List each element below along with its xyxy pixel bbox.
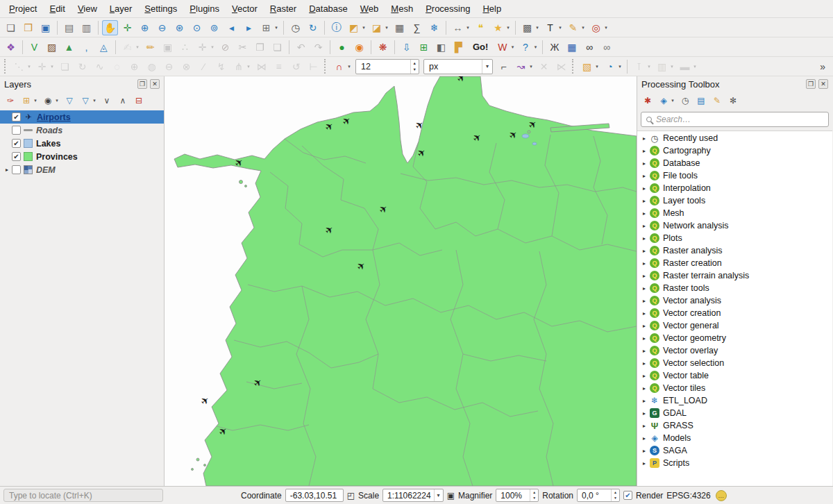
pan-map-icon[interactable]: ✋ xyxy=(102,20,118,35)
tree-expand-arrow[interactable]: ▸ xyxy=(640,348,648,354)
zoom-last-icon[interactable]: ◂ xyxy=(224,20,239,35)
pan-to-selection-icon[interactable]: ✛ xyxy=(119,20,135,35)
add-group-icon[interactable]: ⊞▾ xyxy=(19,94,39,107)
menu-item-help[interactable]: Help xyxy=(476,1,507,17)
cad-parallel-icon[interactable]: ⋉ xyxy=(553,59,569,74)
offset-curve-icon[interactable]: ∕ xyxy=(196,59,212,74)
tree-expand-arrow[interactable]: ▸ xyxy=(640,435,648,442)
save-project-icon[interactable]: ▣ xyxy=(37,20,53,35)
diagrams-icon[interactable]: ◔▾ xyxy=(602,59,623,74)
toolbox-group-vector-tiles[interactable]: ▸QVector tiles xyxy=(637,382,832,394)
expand-all-icon[interactable]: ∨ xyxy=(100,94,114,107)
merge-attributes-icon[interactable]: ≡ xyxy=(271,59,287,74)
decorations-icon[interactable]: ▩▾ xyxy=(519,20,541,35)
menu-item-mesh[interactable]: Mesh xyxy=(385,1,419,17)
add-mesh-layer-icon[interactable]: ▲ xyxy=(61,40,77,55)
toolbox-group-cartography[interactable]: ▸QCartography xyxy=(637,144,832,157)
toolbar-handle[interactable] xyxy=(572,59,576,74)
measure-icon[interactable]: ↔▾ xyxy=(450,20,471,35)
tree-expand-arrow[interactable]: ▸ xyxy=(640,460,648,467)
processing-toolbox-icon[interactable]: ❄ xyxy=(426,20,442,35)
tree-expand-arrow[interactable]: ▸ xyxy=(640,423,648,429)
toolbox-group-raster-terrain-analysis[interactable]: ▸QRaster terrain analysis xyxy=(637,269,832,282)
bug-plugin-icon[interactable]: Ж xyxy=(546,40,562,55)
toolbar-handle[interactable] xyxy=(4,59,8,74)
delete-selected-icon[interactable]: ⊘ xyxy=(217,40,233,55)
tree-expand-arrow[interactable]: ▸ xyxy=(640,185,648,192)
toolbox-group-vector-analysis[interactable]: ▸QVector analysis xyxy=(637,294,832,307)
toolbox-group-raster-creation[interactable]: ▸QRaster creation xyxy=(637,257,832,269)
delete-ring-icon[interactable]: ⊖ xyxy=(161,59,177,74)
toolbox-group-vector-creation[interactable]: ▸QVector creation xyxy=(637,307,832,319)
help-plugin-icon[interactable]: ?▾ xyxy=(517,40,539,55)
filter-by-expression-icon[interactable]: ▽▾ xyxy=(78,94,98,107)
panel-close-icon[interactable]: ✕ xyxy=(150,79,160,89)
crs-status[interactable]: EPSG:4326 xyxy=(666,491,710,501)
open-project-icon[interactable]: ❒ xyxy=(20,20,36,35)
layer-item-airports[interactable]: ✔✈Airports xyxy=(0,110,164,124)
menu-item-plugins[interactable]: Plugins xyxy=(183,1,226,17)
toggle-editing-icon[interactable]: ✏ xyxy=(142,40,158,55)
lock-scale-icon[interactable]: ▣ xyxy=(447,491,455,501)
toolbar-overflow-chevron[interactable]: » xyxy=(820,61,825,72)
menu-item-layer[interactable]: Layer xyxy=(103,1,139,17)
toolbox-group-recently-used[interactable]: ▸◷Recently used xyxy=(637,132,832,144)
tree-expand-arrow[interactable]: ▸ xyxy=(640,385,648,392)
toolbox-group-vector-geometry[interactable]: ▸QVector geometry xyxy=(637,332,832,344)
layer-item-dem[interactable]: ▸DEM xyxy=(0,163,164,176)
menu-item-database[interactable]: Database xyxy=(303,1,354,17)
merge-features-icon[interactable]: ⋈ xyxy=(253,59,269,74)
grid-plugin-icon[interactable]: ▦ xyxy=(564,40,580,55)
layer-checkbox[interactable] xyxy=(12,126,21,135)
models-menu-icon[interactable]: ◈▾ xyxy=(657,94,676,107)
messages-icon[interactable]: … xyxy=(716,490,727,501)
menu-item-web[interactable]: Web xyxy=(354,1,385,17)
native-algorithms-icon[interactable]: ✱ xyxy=(641,94,655,107)
results-viewer-icon[interactable]: ▤ xyxy=(694,94,708,107)
spin-arrows[interactable]: ▲▼ xyxy=(611,489,619,501)
toolbox-group-raster-tools[interactable]: ▸QRaster tools xyxy=(637,282,832,294)
menu-item-raster[interactable]: Raster xyxy=(264,1,303,17)
toolbox-group-network-analysis[interactable]: ▸QNetwork analysis xyxy=(637,219,832,232)
toolbox-group-gdal[interactable]: ▸GGDAL xyxy=(637,407,832,419)
add-point-feature-icon[interactable]: ∴ xyxy=(177,40,193,55)
layer-item-roads[interactable]: Roads xyxy=(0,124,164,137)
layer-item-lakes[interactable]: ✔Lakes xyxy=(0,137,164,150)
tree-expand-arrow[interactable]: ▸ xyxy=(640,360,648,367)
magnifier-spin[interactable]: 100% ▲▼ xyxy=(496,489,539,502)
tree-expand-arrow[interactable]: ▸ xyxy=(640,373,648,379)
cut-features-icon[interactable]: ✂ xyxy=(235,40,251,55)
temporal-controller-icon[interactable]: ◷ xyxy=(287,20,303,35)
statistical-summary-icon[interactable]: ∑ xyxy=(409,20,425,35)
cad-construction-icon[interactable]: ✕ xyxy=(536,59,552,74)
menu-item-settings[interactable]: Settings xyxy=(138,1,183,17)
history-icon[interactable]: ◷ xyxy=(678,94,692,107)
plugin-globe-icon[interactable]: ● xyxy=(334,40,350,55)
menu-item-processing[interactable]: Processing xyxy=(419,1,476,17)
scale-combo[interactable]: 1:11062224▾ xyxy=(382,489,444,502)
simplify-feature-icon[interactable]: ∿ xyxy=(92,59,108,74)
panel-float-icon[interactable]: ❐ xyxy=(806,79,816,89)
tree-expand-arrow[interactable]: ▸ xyxy=(640,235,648,242)
add-database-layer-icon[interactable]: ◬ xyxy=(96,40,112,55)
menu-item-project[interactable]: Project xyxy=(3,1,43,17)
tree-expand-arrow[interactable]: ▸ xyxy=(640,298,648,304)
rotate-feature-icon[interactable]: ↻ xyxy=(74,59,90,74)
grass-tools-icon[interactable]: ❋ xyxy=(375,40,391,55)
tree-expand-arrow[interactable]: ▸ xyxy=(640,323,648,329)
extents-icon[interactable]: ◰ xyxy=(347,491,355,501)
paste-features-icon[interactable]: ❏ xyxy=(269,40,285,55)
move-label-icon[interactable]: ▬▾ xyxy=(677,59,698,74)
locate-input[interactable]: Type to locate (Ctrl+K) xyxy=(3,489,163,502)
zoom-to-layer-icon[interactable]: ⊚ xyxy=(206,20,222,35)
render-checkbox[interactable]: ✔ xyxy=(623,491,632,500)
plugin-mask-icon[interactable]: ◧ xyxy=(433,40,449,55)
new-map-view-icon[interactable]: ⊞▾ xyxy=(258,20,280,35)
panel-float-icon[interactable]: ❐ xyxy=(137,79,147,89)
toolbox-group-vector-selection[interactable]: ▸QVector selection xyxy=(637,357,832,369)
panel-close-icon[interactable]: ✕ xyxy=(818,79,828,89)
highlight-pinned-labels-icon[interactable]: ▥▾ xyxy=(654,59,675,74)
delete-part-icon[interactable]: ⊗ xyxy=(178,59,194,74)
tree-expand-arrow[interactable]: ▸ xyxy=(640,198,648,204)
snapping-tolerance-spin-arrows[interactable]: ▲▼ xyxy=(410,60,419,74)
